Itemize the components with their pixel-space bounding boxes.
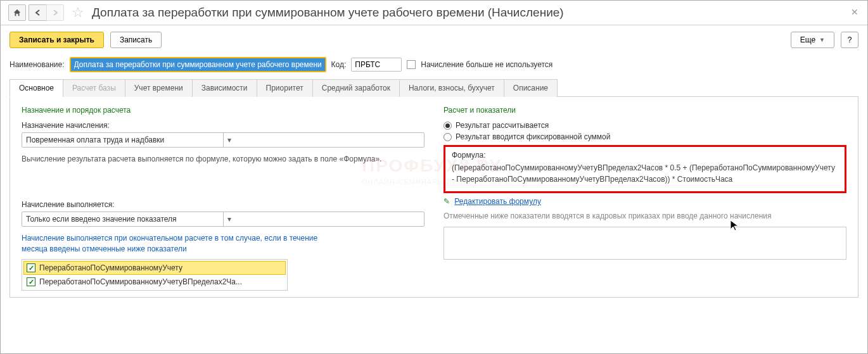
tab-time[interactable]: Учет времени xyxy=(125,79,193,97)
radio-calculated[interactable]: Результат рассчитывается xyxy=(444,121,846,130)
chevron-down-icon[interactable]: ▾ xyxy=(223,212,424,226)
edit-formula-row: ✎ Редактировать формулу xyxy=(444,197,846,206)
home-button[interactable] xyxy=(8,4,26,21)
indicator-row[interactable]: ✓ ПереработаноПоСуммированномуУчету xyxy=(23,261,286,275)
indicator-list: ✓ ПереработаноПоСуммированномуУчету ✓ Пе… xyxy=(22,259,288,291)
code-label: Код: xyxy=(331,60,347,69)
name-label: Наименование: xyxy=(10,60,65,69)
page-title: Доплата за переработки при суммированном… xyxy=(92,6,564,20)
chevron-down-icon[interactable]: ▾ xyxy=(223,133,424,147)
more-button[interactable]: Еще ▼ xyxy=(791,32,834,48)
tabs: Основное Расчет базы Учет времени Зависи… xyxy=(10,79,858,97)
formula-label: Формула: xyxy=(452,151,838,160)
exec-blue-note: Начисление выполняется при окончательном… xyxy=(22,233,319,255)
tab-priority[interactable]: Приоритет xyxy=(257,79,313,97)
save-and-close-button[interactable]: Записать и закрыть xyxy=(10,32,104,48)
indicator-row[interactable]: ✓ ПереработаноПоСуммированномуУчетуВПред… xyxy=(23,275,286,289)
radio-label: Результат вводится фиксированной суммой xyxy=(456,132,610,141)
exec-select[interactable]: Только если введено значение показателя … xyxy=(22,212,424,227)
formula-text: (ПереработаноПоСуммированномуУчетуВПреде… xyxy=(452,162,838,185)
edit-formula-link[interactable]: Редактировать формулу xyxy=(454,197,541,206)
forward-button[interactable] xyxy=(46,4,64,21)
radio-fixed[interactable]: Результат вводится фиксированной суммой xyxy=(444,132,846,141)
tab-taxes[interactable]: Налоги, взносы, бухучет xyxy=(399,79,504,97)
exec-label: Начисление выполняется: xyxy=(22,200,424,209)
check-icon[interactable]: ✓ xyxy=(27,263,35,272)
back-button[interactable] xyxy=(29,4,46,21)
indicators-note: Отмеченные ниже показатели вводятся в ка… xyxy=(444,211,846,222)
not-used-label: Начисление больше не используется xyxy=(421,60,552,69)
calc-note: Вычисление результата расчета выполняетс… xyxy=(22,154,424,165)
tab-deps[interactable]: Зависимости xyxy=(192,79,257,97)
radio-label: Результат рассчитывается xyxy=(456,121,549,130)
indicators-box[interactable] xyxy=(444,227,846,260)
tab-main[interactable]: Основное xyxy=(10,79,63,97)
purpose-select[interactable]: Повременная оплата труда и надбавки ▾ xyxy=(22,132,424,148)
indicator-label: ПереработаноПоСуммированномуУчету xyxy=(39,263,182,272)
name-input[interactable] xyxy=(70,57,326,72)
pencil-icon: ✎ xyxy=(444,197,450,206)
indicator-label: ПереработаноПоСуммированномуУчетуВПредел… xyxy=(39,277,242,286)
favorite-star-icon[interactable]: ☆ xyxy=(72,4,84,21)
more-label: Еще xyxy=(800,35,815,44)
check-icon[interactable]: ✓ xyxy=(27,277,35,286)
left-section-title: Назначение и порядок расчета xyxy=(22,106,424,115)
tab-base[interactable]: Расчет базы xyxy=(63,79,125,97)
save-button[interactable]: Записать xyxy=(110,32,162,48)
not-used-checkbox[interactable] xyxy=(407,60,416,69)
code-input[interactable] xyxy=(351,58,402,72)
radio-icon xyxy=(444,122,452,130)
exec-value: Только если введено значение показателя xyxy=(22,212,223,226)
radio-icon xyxy=(444,133,452,141)
right-section-title: Расчет и показатели xyxy=(444,106,846,115)
tab-description[interactable]: Описание xyxy=(504,79,558,97)
tab-average[interactable]: Средний заработок xyxy=(312,79,400,97)
help-button[interactable]: ? xyxy=(841,32,858,48)
close-icon[interactable]: ✕ xyxy=(851,7,858,17)
chevron-down-icon: ▼ xyxy=(819,37,825,43)
purpose-label: Назначение начисления: xyxy=(22,121,424,130)
purpose-value: Повременная оплата труда и надбавки xyxy=(22,133,223,147)
formula-box: Формула: (ПереработаноПоСуммированномуУч… xyxy=(444,145,846,193)
